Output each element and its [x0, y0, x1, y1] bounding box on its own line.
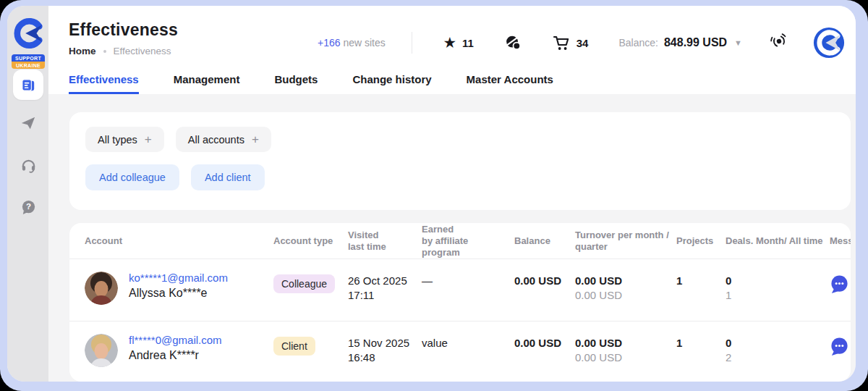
action-row: Add colleague Add client: [85, 164, 835, 190]
breadcrumb-separator: [103, 50, 106, 53]
account-avatar-logo[interactable]: [813, 27, 845, 59]
filter-all-types[interactable]: All types +: [85, 127, 164, 152]
question-bubble-icon: ?: [20, 199, 37, 216]
notification-bell-icon: [770, 32, 788, 51]
turnover-month: 0.00 USD: [575, 337, 671, 349]
paper-plane-icon: [20, 115, 36, 131]
document-icon: [20, 77, 37, 93]
turnover-quarter: 0.00 USD: [575, 351, 671, 363]
favorites-stat[interactable]: ★ 11: [444, 36, 474, 49]
earned-cell: value: [422, 321, 514, 382]
avatar-photo-icon: [85, 334, 118, 367]
message-bubble-icon[interactable]: [830, 274, 849, 294]
col-deals: Deals. Month/ All time: [726, 235, 830, 247]
sidebar-item-reports[interactable]: [13, 70, 43, 100]
type-badge: Client: [273, 337, 315, 356]
add-client-button[interactable]: Add client: [191, 164, 265, 190]
content: All types + All accounts + Add colleague…: [48, 94, 856, 382]
avatar: [85, 272, 118, 305]
message-bubble-icon[interactable]: [830, 337, 849, 356]
add-colleague-button[interactable]: Add colleague: [85, 164, 179, 190]
support-ukraine-badge: SUPPORT UKRAINE: [12, 54, 45, 69]
balance-cell: 0.00 USD: [514, 259, 575, 321]
tab-budgets[interactable]: Budgets: [274, 73, 318, 94]
turnover-quarter: 0.00 USD: [575, 289, 671, 301]
header-stats: +166 new sites ★ 11: [318, 26, 845, 59]
col-account: Account: [85, 235, 273, 247]
account-email[interactable]: fl*****0@gmail.com: [129, 334, 222, 346]
deals-month: 0: [726, 337, 824, 349]
breadcrumb: Home Effectiveness: [69, 46, 178, 56]
filter-row: All types + All accounts +: [85, 127, 835, 152]
new-sites[interactable]: +166 new sites: [318, 37, 386, 49]
sidebar-logo[interactable]: SUPPORT UKRAINE: [12, 17, 45, 69]
earned-cell: —: [422, 259, 514, 321]
new-sites-label: new sites: [343, 37, 385, 49]
favorites-count: 11: [462, 37, 474, 49]
svg-text:?: ?: [25, 202, 30, 211]
account-cell: ko*****1@gmail.com Allyssa Ko****e: [85, 259, 273, 321]
filter-card: All types + All accounts + Add colleague…: [69, 112, 851, 210]
col-turnover: Turnover per month /quarter: [575, 230, 676, 253]
col-balance: Balance: [514, 235, 575, 247]
account-name: Allyssa Ko****e: [129, 287, 228, 300]
sidebar-item-telegram[interactable]: [20, 114, 37, 132]
filter-all-types-label: All types: [98, 134, 137, 146]
notifications-button[interactable]: [770, 32, 788, 54]
balance-label: Balance:: [618, 37, 658, 49]
type-badge: Colleague: [273, 274, 335, 293]
table-row: ko*****1@gmail.com Allyssa Ko****e Colle…: [69, 259, 851, 321]
balance-cell: 0.00 USD: [514, 321, 575, 382]
tab-change-history[interactable]: Change history: [352, 73, 431, 94]
breadcrumb-home[interactable]: Home: [69, 46, 96, 56]
balance-value: 848.99 USD: [664, 36, 727, 49]
brand-logo-round-icon: [813, 27, 845, 59]
projects-cell: 1: [676, 321, 726, 382]
chats-stat[interactable]: [504, 34, 522, 52]
cart-count: 34: [576, 37, 589, 49]
headphones-icon: [20, 157, 37, 174]
page-frame: SUPPORT UKRAINE: [0, 0, 868, 391]
col-account-type: Account type: [273, 235, 348, 247]
col-visited: Visitedlast time: [348, 230, 422, 253]
title-block: Effectiveness Home Effectiveness: [69, 20, 178, 56]
projects-cell: 1: [676, 259, 726, 321]
deals-month: 0: [726, 274, 824, 287]
sidebar: SUPPORT UKRAINE: [7, 6, 48, 382]
cart-icon: [553, 34, 570, 51]
new-sites-count: +166: [318, 37, 341, 49]
sidebar-item-support[interactable]: [20, 156, 37, 174]
messages-cell: [830, 259, 851, 321]
tab-management[interactable]: Management: [174, 73, 240, 94]
balance-widget[interactable]: Balance: 848.99 USD ▼: [618, 36, 742, 49]
col-earned: Earnedby affiliate program: [422, 224, 514, 258]
visited-time: 16:48: [348, 351, 416, 363]
turnover-cell: 0.00 USD 0.00 USD: [575, 321, 676, 382]
brand-logo-icon: [12, 17, 45, 50]
deals-cell: 0 1: [726, 259, 830, 321]
visited-date: 15 Nov 2025: [348, 337, 416, 349]
account-name: Andrea K****r: [129, 349, 222, 362]
filter-all-accounts[interactable]: All accounts +: [176, 127, 271, 152]
sidebar-item-help[interactable]: ?: [20, 198, 37, 216]
cart-stat[interactable]: 34: [553, 34, 589, 51]
filter-all-accounts-label: All accounts: [188, 134, 244, 146]
account-cell: fl*****0@gmail.com Andrea K****r: [85, 321, 273, 382]
turnover-month: 0.00 USD: [575, 274, 671, 287]
accounts-table: Account Account type Visitedlast time Ea…: [69, 223, 851, 382]
deals-all-time: 1: [726, 289, 824, 301]
table-header-row: Account Account type Visitedlast time Ea…: [69, 223, 851, 259]
visited-cell: 26 Oct 2025 17:11: [348, 259, 422, 321]
page-title: Effectiveness: [69, 20, 178, 40]
header-divider: [412, 32, 412, 54]
ukraine-label: UKRAINE: [12, 62, 45, 69]
account-email[interactable]: ko*****1@gmail.com: [129, 272, 228, 284]
tab-master-accounts[interactable]: Master Accounts: [467, 73, 553, 94]
app-window: SUPPORT UKRAINE: [7, 6, 856, 382]
avatar: [85, 334, 118, 367]
table-row: fl*****0@gmail.com Andrea K****r Client …: [69, 321, 851, 382]
tab-effectiveness[interactable]: Effectiveness: [69, 73, 139, 94]
accounts-table-card: Account Account type Visitedlast time Ea…: [69, 223, 851, 382]
visited-cell: 15 Nov 2025 16:48: [348, 321, 422, 382]
messages-cell: [830, 321, 851, 382]
